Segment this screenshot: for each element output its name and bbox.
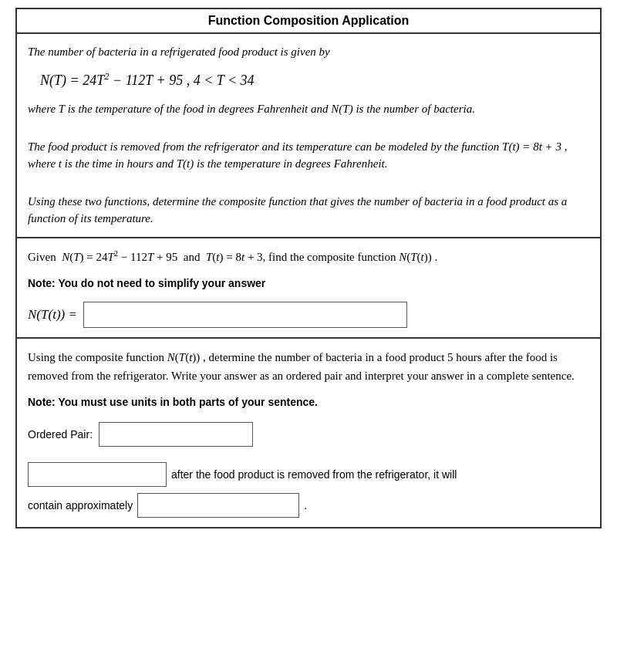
section-ordered-pair: Using the composite function N(T(t)) , d…: [17, 339, 600, 527]
formula1-display: N(T) = 24T2 − 112T + 95 , 4 < T < 34: [40, 69, 589, 92]
note2: Note: You must use units in both parts o…: [28, 396, 589, 408]
title-bar: Function Composition Application: [17, 9, 600, 34]
note1: Note: You do not need to simplify your a…: [28, 277, 589, 289]
app-title: Function Composition Application: [208, 14, 410, 27]
main-container: Function Composition Application The num…: [15, 8, 602, 528]
desc-line4: Using these two functions, determine the…: [28, 193, 589, 228]
sentence-text-contain: contain approximately: [28, 499, 133, 512]
section-composite: Given N(T) = 24T2 − 112T + 95 and T(t) =…: [17, 238, 600, 339]
sentence-time-input[interactable]: [28, 462, 167, 487]
section-description: The number of bacteria in a refrigerated…: [17, 34, 600, 238]
composite-answer-row: N(T(t)) =: [28, 302, 589, 328]
ordered-pair-input[interactable]: [99, 422, 253, 447]
sentence-bacteria-input[interactable]: [137, 493, 299, 518]
ordered-pair-label: Ordered Pair:: [28, 428, 93, 441]
problem-statement: Given N(T) = 24T2 − 112T + 95 and T(t) =…: [28, 248, 589, 266]
sentence-row2: contain approximately .: [28, 493, 589, 518]
sentence-period: .: [304, 499, 307, 512]
desc-line2: where T is the temperature of the food i…: [28, 100, 589, 118]
desc-line3: The food product is removed from the ref…: [28, 138, 589, 173]
composite-answer-label: N(T(t)) =: [28, 307, 77, 322]
sentence-text-part1: after the food product is removed from t…: [171, 468, 457, 481]
desc-line1: The number of bacteria in a refrigerated…: [28, 43, 589, 61]
composite-answer-input[interactable]: [83, 302, 407, 328]
sentence-row1: after the food product is removed from t…: [28, 462, 589, 487]
section3-description: Using the composite function N(T(t)) , d…: [28, 348, 589, 385]
ordered-pair-row: Ordered Pair:: [28, 422, 589, 447]
